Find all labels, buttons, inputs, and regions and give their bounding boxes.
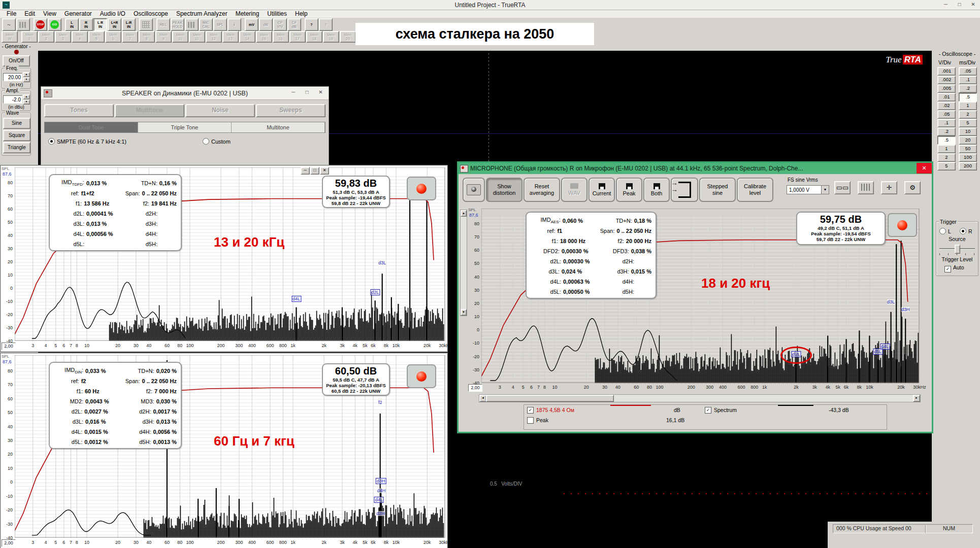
save-current-button[interactable]: Current [589,178,615,202]
mem-button-5[interactable]: Mem5 [88,31,105,43]
mem-button-18[interactable]: Mem18 [306,31,322,43]
mem-button-7[interactable]: Mem7 [122,31,138,43]
minimize-icon[interactable]: ─ [939,0,953,9]
plot1-minimize-icon[interactable]: ─ [301,167,310,175]
scroll-right-icon[interactable]: ► [913,395,920,402]
scroll-up-icon[interactable]: ▲ [461,210,467,217]
mem-button-19[interactable]: Mem19 [323,31,339,43]
menu-item-utilities[interactable]: Utilities [264,10,290,18]
help-button[interactable]: ? [305,18,318,31]
radio-r-icon[interactable] [960,228,966,234]
msdiv-100[interactable]: 100 [959,153,977,162]
close-icon[interactable]: ✕ [966,0,980,9]
microphone-titlebar[interactable]: MICROPHONE (Общая громкость) R on Микроф… [459,163,932,174]
sine-wave-button[interactable]: ~ [2,18,16,31]
radio-l-icon[interactable] [939,228,946,234]
reset-averaging-button[interactable]: Reset averaging [524,178,560,202]
mem-button-1[interactable]: Mem1 [21,31,38,43]
scroll-down-icon[interactable]: ▼ [461,309,467,316]
lr-in-button[interactable]: L RIN [93,18,107,31]
vdiv-.2[interactable]: .2 [937,127,956,136]
mem-button-8[interactable]: Mem8 [139,31,155,43]
stepped-sine-button[interactable]: Stepped sine [699,178,736,202]
plot1-maximize-icon[interactable]: □ [310,167,319,175]
vdiv-.1[interactable]: .1 [937,119,956,127]
vdiv-1[interactable]: 1 [937,145,956,153]
msdiv-20[interactable]: 20 [959,136,977,145]
move-icon[interactable]: ✛ [881,181,897,194]
vdiv-2[interactable]: 2 [937,153,956,162]
vdiv-.002[interactable]: .002 [937,76,956,84]
right-in-button[interactable]: RIN [79,18,93,31]
display-icon[interactable]: ▭▭ [834,181,851,194]
record-button[interactable] [888,213,917,237]
stop-button[interactable]: STOP [34,18,47,31]
msdiv-.05[interactable]: .05 [959,67,977,76]
maximize-icon[interactable]: □ [953,0,966,9]
save-peak-button[interactable]: Peak [616,178,642,202]
wave-option-square[interactable]: Square [3,130,30,141]
auto-checkbox-icon[interactable]: ✓ [944,266,951,272]
menu-item-generator[interactable]: Generator [61,10,95,18]
menu-item-metering[interactable]: Metering [232,10,263,18]
loop-button[interactable] [671,178,698,202]
mem-button-6[interactable]: Mem6 [105,31,121,43]
subtab-triple-tone[interactable]: Triple Tone [138,122,232,132]
msdiv-10[interactable]: 10 [959,127,977,136]
x-axis-value-box[interactable]: 2,00 [2,342,16,350]
vdiv-.005[interactable]: .005 [937,84,956,93]
msdiv-1[interactable]: 1 [959,101,977,110]
trigger-source-left-radio[interactable]: L [939,228,951,234]
amplitude-input[interactable] [3,95,22,104]
show-distortion-button[interactable]: Show distortion [486,178,522,202]
mem-button-14[interactable]: Mem14 [239,31,255,43]
calibrate-level-button[interactable]: Calibrate level [737,178,773,202]
mem-button-13[interactable]: Mem13 [222,31,239,43]
mem-button-17[interactable]: Mem17 [289,31,306,43]
go-button[interactable]: GO [48,18,61,31]
hatch-icon[interactable] [858,181,874,194]
menu-item-oscilloscope[interactable]: Oscilloscope [130,10,172,18]
save-both-button[interactable]: Both [643,178,670,202]
trigger-source-right-radio[interactable]: R [960,228,972,234]
vdiv-.02[interactable]: .02 [937,101,956,110]
trigger-level-slider[interactable] [939,248,975,249]
vdiv-5[interactable]: 5 [937,162,956,170]
speaker-maximize-icon[interactable]: □ [300,88,314,97]
frequency-up-icon[interactable]: ▲ [23,72,30,77]
mic-horizontal-scrollbar[interactable]: ◄► [479,394,921,402]
mem-button-20[interactable]: Mem20 [340,31,356,43]
record-button[interactable] [407,177,436,200]
msdiv-2[interactable]: 2 [959,110,977,119]
amplitude-down-icon[interactable]: ▼ [23,99,30,105]
plot1-close-icon[interactable]: ✕ [320,167,329,175]
radio-custom[interactable]: Custom [203,138,231,145]
speaker-titlebar[interactable]: SPEAKER on Динамики (E-MU 0202 | USB) ─ … [41,87,329,100]
speaker-close-icon[interactable]: ✕ [314,88,328,97]
fs-sine-vrms-combo[interactable]: 1,0000 V▼ [787,185,829,194]
peak-checkbox-icon[interactable] [527,417,534,424]
menu-item-audio-i-o[interactable]: Audio I/O [96,10,129,18]
msdiv-.5[interactable]: .5 [959,93,977,101]
tab-noise[interactable]: Noise [185,104,255,117]
slider-thumb[interactable] [955,245,960,254]
frequency-down-icon[interactable]: ▼ [23,77,30,82]
scroll-thumb[interactable] [486,395,614,402]
x-axis-value-box[interactable]: 2,00 [2,539,16,547]
amplitude-up-icon[interactable]: ▲ [23,94,30,99]
left-in-button[interactable]: LIN [65,18,79,31]
generator-onoff-button[interactable]: On/Off [3,55,30,66]
mem-button-15[interactable]: Mem15 [256,31,272,43]
msdiv-200[interactable]: 200 [959,162,977,170]
scroll-left-icon[interactable]: ◄ [479,395,486,402]
mem-button-2[interactable]: Mem2 [38,31,54,43]
mv-button[interactable]: mV [245,18,258,31]
menu-item-file[interactable]: File [3,10,20,18]
vdiv-.01[interactable]: .01 [937,93,956,101]
tab-multitone[interactable]: Multitone [115,104,184,117]
wave-option-triangle[interactable]: Triangle [3,142,30,153]
mem-button-4[interactable]: Mem4 [72,31,88,43]
menu-item-edit[interactable]: Edit [21,10,39,18]
wave-option-sine[interactable]: Sine [3,118,30,129]
mem-button-16[interactable]: Mem16 [273,31,289,43]
